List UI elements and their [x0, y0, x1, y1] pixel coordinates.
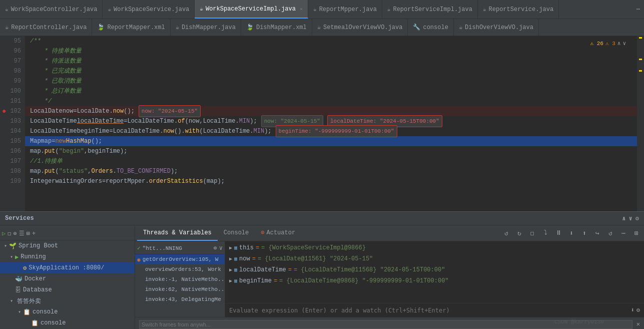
debug-tabs: Threads & Variables Console ⊙ Actuator ↺…	[135, 225, 644, 241]
tab-threads-variables[interactable]: Threads & Variables	[137, 225, 218, 241]
thread-filter-bar: ✓ "htt...NNING ⊚ ∨	[135, 242, 225, 254]
chevron-down-btn[interactable]: ∨	[629, 215, 632, 222]
tab2-dish-overview-vo[interactable]: ☕ DishOverViewVO.java	[454, 19, 539, 36]
run-icon[interactable]: ▷	[2, 230, 6, 237]
close-tab-icon[interactable]: ✕	[300, 6, 303, 12]
filter-threads-icon[interactable]: ⊚	[214, 244, 217, 252]
thread-item-get-order[interactable]: ◉ getOrderOverView:105, W	[135, 254, 225, 264]
stop-icon[interactable]: ◻	[8, 230, 11, 237]
sky-icon: ⚙	[23, 264, 27, 272]
close-switch-icon[interactable]: ✕	[636, 320, 640, 328]
thread-item-invoke2[interactable]: invoke:62, NativeMetho...	[135, 284, 225, 294]
editor-scrollbar[interactable]	[637, 36, 644, 211]
line-99: 99	[0, 76, 25, 86]
line-98: 98	[0, 66, 25, 76]
line-95: 95	[0, 36, 25, 46]
tab-workspace-service-impl[interactable]: ☕ WorkSpaceServiceImpl.java ✕	[195, 0, 308, 19]
run-to-cursor-icon[interactable]: ↪	[592, 228, 603, 239]
chevron-up-icon[interactable]: ∧	[617, 40, 621, 47]
console2-arrow	[26, 320, 29, 326]
var-now[interactable]: ▶ ▦ now = = {LocalDate@11561} "2024-05-1…	[225, 253, 644, 264]
expression-bar: ⬇ ⚙	[225, 303, 644, 317]
step-out-icon[interactable]: ⬆	[579, 228, 590, 239]
tab-console[interactable]: Console	[218, 225, 255, 241]
tab2-dish-mapper-xml[interactable]: 🍃 DishMapper.xml	[241, 19, 312, 36]
code-line-102: LocalDate now = LocalDate . now (); now:…	[25, 106, 637, 116]
pause-icon[interactable]: ↻	[514, 228, 525, 239]
tab-report-service-impl[interactable]: ☕ ReportServiceImpl.java	[382, 0, 478, 19]
settings-icon[interactable]: ⚙	[635, 215, 639, 222]
thread-item-invoke3[interactable]: invoke:43, DelegatingMe	[135, 294, 225, 304]
services-bottom: ▷ ◻ ⊚ ☰ ⊞ + ▾ 🌱 Spring Boot ▾ ▶ Running …	[0, 225, 644, 329]
expand-running-icon: ▾	[10, 254, 13, 260]
line-108: 108	[0, 166, 25, 176]
var-localdatetime[interactable]: ▶ ▦ localDateTime = = {LocalDateTime@115…	[225, 264, 644, 275]
more-debug-icon[interactable]: ⋯	[618, 228, 629, 239]
code-line-103: LocalDateTime localDateTime = LocalDateT…	[25, 116, 637, 126]
expression-input[interactable]	[229, 307, 631, 314]
tree-spring-boot[interactable]: ▾ 🌱 Spring Boot	[0, 240, 135, 251]
chevron-down-icon[interactable]: ∨	[622, 40, 626, 47]
tree-docker[interactable]: 🐳 Docker	[0, 273, 135, 284]
code-line-107: //1.待接单	[25, 156, 637, 166]
code-line-101: */	[25, 96, 637, 106]
warnings-bar: ⚠ 26 ⚠ 3 ∧ ∨	[586, 36, 630, 50]
tree-database[interactable]: 🗄 Database	[0, 284, 135, 295]
line-106: 106	[0, 146, 25, 156]
tab2-report-mapper-xml[interactable]: 🍃 ReportMapper.xml	[92, 19, 170, 36]
var-now-arrow: ▶	[229, 256, 232, 262]
code-line-96: * 待接单数量	[25, 46, 637, 56]
console-icon: 🔧	[413, 24, 420, 31]
thread-dropdown-icon[interactable]: ∨	[219, 244, 223, 252]
step-into-icon[interactable]: ⬇	[566, 228, 577, 239]
docker-icon: 🐳	[15, 275, 23, 283]
debug-panel: Threads & Variables Console ⊙ Actuator ↺…	[135, 225, 644, 329]
expand-panel-icon[interactable]: ⊞	[631, 228, 642, 239]
eval-down-icon[interactable]: ⬇	[631, 306, 634, 314]
reset-icon[interactable]: ↺	[605, 228, 616, 239]
line-107: 107	[0, 156, 25, 166]
tree-running[interactable]: ▾ ▶ Running	[0, 251, 135, 262]
tab2-console[interactable]: 🔧 console	[408, 19, 453, 36]
code-line-100: * 总订单数量	[25, 86, 637, 96]
filter-icon[interactable]: ⊚	[13, 230, 17, 237]
variables-panel: ▶ ▦ this = = {WorkSpaceServiceImpl@9866}…	[225, 241, 644, 317]
console1-icon: 📋	[23, 308, 31, 316]
var-this[interactable]: ▶ ▦ this = = {WorkSpaceServiceImpl@9866}	[225, 242, 644, 253]
java-icon7: ☕	[5, 24, 9, 31]
tab2-setmeal-vo[interactable]: ☕ SetmealOverViewVO.java	[312, 19, 408, 36]
more-tabs-button[interactable]: ⋯	[632, 6, 644, 13]
tab-workspace-controller[interactable]: ☕ WorkSpaceController.java	[0, 0, 103, 19]
tree-console1[interactable]: ▾ 📋 console	[0, 306, 135, 317]
group-icon[interactable]: ☰	[19, 230, 25, 237]
scrollbar-marker-1	[639, 37, 642, 39]
tab-actuator[interactable]: ⊙ Actuator	[255, 225, 301, 241]
java-icon9: ☕	[317, 24, 321, 31]
xml-icon: 🍃	[97, 24, 105, 31]
eval-settings-icon[interactable]: ⚙	[636, 306, 640, 314]
debug-content: ✓ "htt...NNING ⊚ ∨ ◉ getOrderOverView:10…	[135, 241, 644, 317]
step-over-icon[interactable]: ⤵	[540, 228, 551, 239]
tab2-dish-mapper[interactable]: ☕ DishMapper.java	[171, 19, 241, 36]
stop-debug-icon[interactable]: ◻	[527, 228, 538, 239]
tab2-report-controller[interactable]: ☕ ReportController.java	[0, 19, 92, 36]
expand-icon[interactable]: ⊞	[27, 230, 30, 237]
tree-console2[interactable]: 📋 console	[0, 317, 135, 328]
chevron-up-btn[interactable]: ∧	[622, 215, 625, 222]
thread-item-overview-orders[interactable]: overviewOrders:53, Work	[135, 264, 225, 274]
var-begintime[interactable]: ▶ ▦ beginTime = = {LocalDateTime@9868} "…	[225, 275, 644, 286]
add-icon[interactable]: +	[32, 230, 36, 237]
tree-sky-application[interactable]: ⚙ SkyApplication :8080/	[0, 262, 135, 273]
line-numbers: 95 96 97 98 99 100 101 ● 102 103 104 105…	[0, 36, 25, 211]
breakpoint-icon: ●	[2, 106, 6, 116]
tree-dazhongwaimai[interactable]: ▾ 答答外卖	[0, 295, 135, 306]
pause-program-icon[interactable]: ⏸	[553, 228, 564, 239]
thread-item-invoke1[interactable]: invoke:-1, NativeMetho...	[135, 274, 225, 284]
tab-report-service[interactable]: ☕ ReportService.java	[478, 0, 559, 19]
resume-icon[interactable]: ↺	[501, 228, 512, 239]
tab-workspace-service[interactable]: ☕ WorkSpaceService.java	[103, 0, 195, 19]
code-line-99: * 已取消数量	[25, 76, 637, 86]
var-bt-arrow: ▶	[229, 278, 232, 284]
code-line-108: map . put ( "status" , Orders . TO_BE_CO…	[25, 166, 637, 176]
tab-report-mapper[interactable]: ☕ ReportMpper.java	[308, 0, 382, 19]
